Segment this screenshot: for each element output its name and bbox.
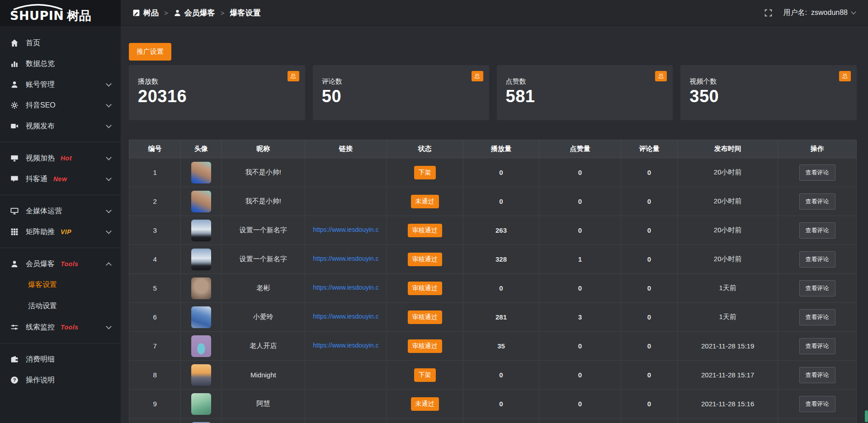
table-header-row: 编号头像昵称链接状态播放量点赞量评论量发布时间操作 — [129, 140, 857, 158]
sidebar-item-douyin-seo[interactable]: 抖音SEO — [0, 95, 121, 116]
main-area: 树品 > 会员爆客 > 爆客设置 用户名: zswodun88 推广设置 总 播… — [121, 0, 868, 423]
cell-number: 8 — [129, 361, 181, 390]
cell-nickname: 我不是小帅! — [222, 187, 305, 216]
sidebar-item-label: 线索监控 — [26, 323, 55, 332]
sidebar-item-label: 操作说明 — [26, 376, 55, 385]
video-link[interactable]: https://www.iesdouyin.c — [313, 255, 379, 262]
view-comments-button[interactable]: 查看评论 — [799, 309, 835, 325]
sidebar-item-label: 账号管理 — [26, 80, 55, 89]
sidebar: SHUPIN 树品 首页 数据总览 账号管理 抖音SEO 视频发布 视频加热 H… — [0, 0, 121, 423]
cell-link: https://www.iesdouyin.c — [305, 216, 387, 245]
view-comments-button[interactable]: 查看评论 — [799, 280, 835, 296]
column-header: 编号 — [129, 140, 181, 158]
cell-avatar — [181, 158, 222, 187]
view-comments-button[interactable]: 查看评论 — [799, 193, 835, 210]
sidebar-item-publish[interactable]: 视频发布 — [0, 116, 121, 136]
cell-status: 审核通过 — [387, 332, 463, 361]
brand-logo-en: SHUPIN — [10, 9, 64, 23]
sidebar-item-home[interactable]: 首页 — [0, 33, 121, 53]
cell-action: 查看评论 — [778, 187, 857, 216]
promo-settings-button[interactable]: 推广设置 — [129, 43, 171, 61]
sidebar-item-heat[interactable]: 视频加热 Hot — [0, 148, 121, 169]
cell-status: 审核通过 — [387, 245, 463, 274]
cell-number — [129, 418, 181, 423]
view-comments-button[interactable]: 查看评论 — [799, 251, 835, 268]
chevron-down-icon — [106, 81, 112, 87]
avatar — [191, 277, 211, 299]
sidebar-item-expense[interactable]: 消费明细 — [0, 349, 121, 370]
cell-plays: 0 — [463, 390, 539, 418]
total-badge: 总 — [472, 71, 483, 81]
bar-chart-icon — [10, 59, 19, 68]
cell-action: 查看评论 — [778, 216, 857, 245]
sidebar-item-media[interactable]: 全媒体运营 — [0, 201, 121, 221]
cell-plays: 281 — [463, 303, 539, 332]
breadcrumb-item-current[interactable]: 爆客设置 — [230, 8, 261, 18]
svg-text:?: ? — [13, 377, 16, 383]
cell-link — [305, 158, 387, 187]
view-comments-button[interactable]: 查看评论 — [799, 338, 835, 354]
avatar — [191, 306, 211, 328]
videos-table: 编号头像昵称链接状态播放量点赞量评论量发布时间操作 1 我不是小帅! 下架 0 … — [129, 140, 857, 423]
cell-nickname: 设置一个新名字 — [222, 245, 305, 274]
chat-icon — [10, 174, 19, 183]
sidebar-item-matrix[interactable]: 矩阵助推 VIP — [0, 221, 121, 242]
chevron-down-icon — [106, 155, 112, 160]
view-comments-button[interactable]: 查看评论 — [799, 222, 835, 239]
sidebar-item-label: 数据总览 — [26, 59, 55, 69]
stat-card: 总 播放数 20316 — [129, 65, 305, 120]
breadcrumb-item-member[interactable]: 会员爆客 — [174, 8, 215, 18]
video-link[interactable]: https://www.iesdouyin.c — [313, 284, 379, 291]
user-menu[interactable]: 用户名: zswodun88 — [764, 8, 855, 18]
chevron-down-icon — [106, 102, 112, 108]
status-badge: 未通过 — [411, 195, 439, 208]
column-header: 播放量 — [463, 140, 539, 158]
brand-logo-cn: 树品 — [66, 9, 91, 23]
view-comments-button[interactable]: 查看评论 — [799, 164, 835, 181]
sidebar-item-badge: Hot — [61, 155, 72, 162]
cell-action: 查看评论 — [778, 303, 857, 332]
cell-comments: 0 — [621, 187, 678, 216]
sidebar-item-manual[interactable]: ? 操作说明 — [0, 370, 121, 390]
status-badge: 审核通过 — [408, 224, 442, 237]
view-comments-button[interactable]: 查看评论 — [799, 367, 835, 383]
cell-link: https://www.iesdouyin.c — [305, 274, 387, 303]
fullscreen-icon[interactable] — [764, 9, 772, 17]
table-row: 1 我不是小帅! 下架 0 0 0 20小时前 查看评论 — [129, 158, 857, 187]
sidebar-item-badge: Tools — [61, 260, 78, 268]
chevron-down-icon — [106, 207, 112, 213]
cell-plays: 0 — [463, 274, 539, 303]
sidebar-item-clue[interactable]: 线索监控 Tools — [0, 317, 121, 338]
cell-action: 查看评论 — [778, 332, 857, 361]
sidebar-item-douketong[interactable]: 抖客通 New — [0, 169, 121, 189]
scrollbar-thumb[interactable] — [865, 410, 868, 422]
cell-status: 下架 — [387, 158, 463, 187]
breadcrumb-item-brand[interactable]: 树品 — [132, 8, 159, 18]
sidebar-item-label: 会员爆客 — [26, 259, 55, 269]
cell-comments: 0 — [621, 274, 678, 303]
home-icon — [10, 38, 19, 47]
cell-publish-time: 1天前 — [678, 303, 778, 332]
cell-plays: 263 — [463, 216, 539, 245]
cell-likes: 0 — [539, 274, 621, 303]
sidebar-item-label: 消费明细 — [26, 355, 55, 364]
sidebar-divider — [0, 248, 121, 248]
sidebar-subitem-activity-settings[interactable]: 活动设置 — [0, 296, 121, 317]
video-link[interactable]: https://www.iesdouyin.c — [313, 313, 379, 320]
cell-number: 9 — [129, 390, 181, 418]
video-link[interactable]: https://www.iesdouyin.c — [313, 226, 379, 233]
sidebar-item-overview[interactable]: 数据总览 — [0, 53, 121, 74]
cell-avatar — [181, 274, 222, 303]
breadcrumb: 树品 > 会员爆客 > 爆客设置 — [132, 8, 261, 18]
cell-action: 查看评论 — [778, 390, 857, 418]
sidebar-subitem-baoke-settings[interactable]: 爆客设置 — [0, 274, 121, 296]
video-link[interactable]: https://www.iesdouyin.c — [313, 342, 379, 349]
topbar: 树品 > 会员爆客 > 爆客设置 用户名: zswodun88 — [121, 0, 868, 26]
screen-icon — [10, 207, 19, 216]
view-comments-button[interactable]: 查看评论 — [799, 396, 835, 412]
sidebar-item-member[interactable]: 会员爆客 Tools — [0, 254, 121, 274]
table-row: 9 阿慧 未通过 0 0 0 2021-11-28 15:16 查看评论 — [129, 390, 857, 418]
table-row — [129, 418, 857, 423]
sidebar-item-account[interactable]: 账号管理 — [0, 74, 121, 95]
cell-nickname: Midnight — [222, 361, 305, 390]
